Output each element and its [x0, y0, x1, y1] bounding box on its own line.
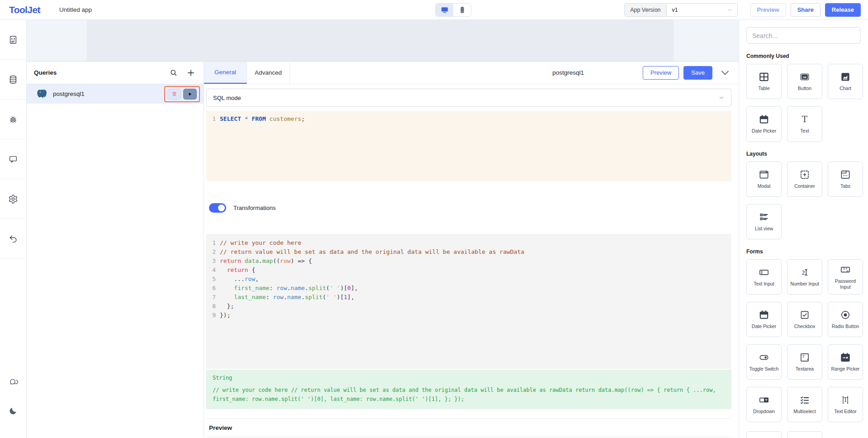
widget-card-range-picker[interactable]: Range Picker — [828, 344, 863, 380]
widget-card-toggle-switch[interactable]: Toggle Switch — [746, 344, 782, 380]
widget-label: Text Input — [752, 281, 776, 287]
app-canvas-page[interactable] — [87, 20, 674, 61]
line-number: 9 — [206, 311, 220, 320]
password-input-icon: ** — [840, 264, 851, 276]
widget-label: Tabs — [839, 183, 852, 189]
file-code-icon — [8, 35, 18, 45]
widget-card-tabs[interactable]: Tabs — [828, 162, 863, 197]
widget-card-container[interactable]: Container — [787, 162, 822, 197]
chart-icon — [840, 71, 851, 83]
query-save-button[interactable]: Save — [683, 66, 712, 80]
widget-card-checkbox[interactable]: Checkbox — [787, 302, 822, 337]
sql-mode-select[interactable]: SQL mode — [206, 89, 731, 107]
query-editor-panel: General Advanced postgresql1 Preview Sav… — [204, 61, 739, 438]
js-code: // write your code here — [220, 238, 301, 248]
radio-icon — [840, 309, 851, 321]
widget-card-modal[interactable]: Modal — [746, 162, 782, 197]
query-row-postgresql1[interactable]: postgresql1 — [27, 84, 204, 104]
checkbox-icon — [799, 309, 811, 321]
database-icon — [8, 75, 18, 85]
app-name[interactable]: Untitled app — [59, 6, 92, 13]
js-code: ...row, — [220, 275, 259, 284]
widget-label: Button — [797, 86, 813, 91]
widget-card-text[interactable]: TText — [787, 106, 822, 142]
widget-label: Checkbox — [793, 324, 817, 329]
widget-card-password-input[interactable]: **Password Input — [828, 259, 863, 295]
widget-label: Number Input — [789, 281, 821, 287]
widget-card-button[interactable]: OKButton — [787, 64, 822, 99]
transformation-output: String // write your code here // return… — [206, 370, 731, 409]
rail-item-settings[interactable] — [0, 179, 26, 219]
widget-label: Toggle Switch — [748, 366, 780, 372]
tab-general[interactable]: General — [204, 62, 247, 84]
text-icon: T — [799, 114, 811, 125]
widget-label: Text Editor — [833, 409, 858, 414]
collapse-panel-icon[interactable] — [720, 67, 730, 78]
line-number: 6 — [206, 284, 220, 293]
widget-label: Password Input — [828, 278, 863, 290]
top-bar: ToolJet Untitled app App Version v1 Prev… — [0, 0, 868, 20]
rail-item-debugger[interactable] — [0, 100, 26, 139]
preview-section-label: Preview — [209, 424, 232, 431]
button-ok-icon: OK — [799, 71, 811, 83]
widget-label: Dropdown — [752, 409, 776, 414]
widget-card-textarea[interactable]: TTextarea — [787, 344, 822, 380]
line-number: 2 — [206, 248, 220, 257]
add-query-icon[interactable] — [186, 68, 195, 77]
search-queries-icon[interactable] — [170, 69, 177, 76]
left-sidebar — [0, 20, 27, 438]
chat-icon — [8, 377, 18, 387]
app-version-select[interactable]: App Version v1 — [624, 3, 737, 17]
widget-card-text-editor[interactable]: TText Editor — [828, 387, 863, 422]
query-preview-button[interactable]: Preview — [643, 66, 679, 80]
widget-search-input[interactable] — [746, 27, 861, 44]
svg-text:T: T — [843, 396, 847, 404]
widget-card-multiselect[interactable]: Multiselect — [787, 387, 822, 422]
tab-advanced[interactable]: Advanced — [247, 62, 290, 84]
rail-item-chat[interactable] — [0, 377, 26, 387]
widget-card-star[interactable] — [746, 431, 782, 438]
delete-query-button[interactable] — [167, 89, 181, 100]
rail-item-comments[interactable] — [0, 139, 26, 179]
rail-item-database[interactable] — [0, 60, 26, 100]
widget-card-file[interactable] — [787, 431, 822, 438]
preview-section: Preview — [206, 418, 731, 437]
annotation-highlight — [164, 86, 200, 102]
widget-card-number-input[interactable]: 2Number Input — [787, 259, 822, 295]
table-icon — [758, 71, 770, 83]
widget-card-date-picker[interactable]: Date Picker — [746, 106, 782, 142]
share-button[interactable]: Share — [791, 3, 821, 17]
run-query-button[interactable] — [183, 89, 197, 100]
widget-label: Table — [757, 86, 771, 91]
js-line: 1// write your code here — [206, 238, 731, 248]
js-line: 6 first_name: row.name.split(' ')[0], — [206, 284, 731, 293]
rail-item-file-code[interactable] — [0, 20, 26, 60]
transformation-code-editor[interactable]: 1// write your code here2// return value… — [206, 234, 731, 369]
widget-card-date-picker[interactable]: Date Picker — [746, 302, 782, 337]
js-code: }; — [220, 302, 234, 311]
widget-section-title: Forms — [746, 248, 861, 255]
widget-label: Chart — [838, 86, 853, 91]
widget-card-radio-button[interactable]: Radio Button — [828, 302, 863, 337]
app-preview-button[interactable]: Preview — [750, 3, 786, 17]
app-canvas[interactable] — [27, 20, 739, 61]
widget-label: Container — [793, 183, 816, 189]
widget-label: Radio Button — [830, 324, 861, 329]
widget-card-list-view[interactable]: List view — [746, 204, 782, 239]
widget-card-dropdown[interactable]: Dropdown — [746, 387, 782, 422]
rail-item-dark-mode-moon[interactable] — [0, 406, 26, 416]
desktop-toggle-button[interactable] — [436, 4, 453, 16]
widget-card-table[interactable]: Table — [746, 64, 782, 99]
transformations-toggle[interactable] — [209, 203, 226, 213]
line-number: 4 — [206, 266, 220, 275]
query-editor-header: General Advanced postgresql1 Preview Sav… — [204, 62, 739, 84]
editor-query-name: postgresql1 — [552, 69, 584, 76]
rail-item-undo[interactable] — [0, 219, 26, 259]
js-code: first_name: row.name.split(' ')[0], — [220, 284, 358, 293]
sql-code-editor[interactable]: 1SELECT * FROM customers; — [206, 111, 731, 181]
line-number: 3 — [206, 257, 220, 266]
widget-card-chart[interactable]: Chart — [828, 64, 863, 99]
mobile-toggle-button[interactable] — [453, 4, 471, 16]
widget-card-text-input[interactable]: Text Input — [746, 259, 782, 295]
release-button[interactable]: Release — [825, 3, 861, 17]
